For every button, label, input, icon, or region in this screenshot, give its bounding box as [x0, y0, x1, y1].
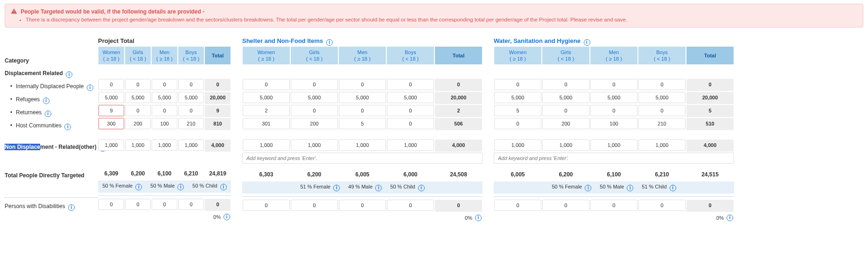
idp-boys-input[interactable]: [638, 79, 686, 90]
pwd-boys-input[interactable]: [387, 200, 434, 211]
refugees-boys-input[interactable]: [387, 92, 434, 103]
info-icon[interactable]: i: [727, 215, 733, 221]
pwd-women-input[interactable]: [243, 200, 290, 211]
info-icon[interactable]: i: [45, 111, 51, 117]
host-boys-input[interactable]: [178, 118, 204, 129]
nondisp-boys-input[interactable]: [387, 139, 434, 151]
nondisp-boys-input[interactable]: [178, 139, 204, 151]
info-icon[interactable]: i: [66, 71, 72, 78]
info-icon[interactable]: i: [135, 184, 142, 190]
pwd-girls-input[interactable]: [542, 200, 589, 211]
host-women-input[interactable]: [243, 118, 290, 129]
idp-men-input[interactable]: [152, 79, 177, 90]
nondisp-women-input[interactable]: [494, 139, 541, 151]
idp-girls-input[interactable]: [125, 79, 151, 90]
info-icon[interactable]: i: [375, 185, 382, 191]
nondisp-boys-input[interactable]: [638, 139, 686, 151]
nondisp-girls-input[interactable]: [542, 139, 589, 151]
info-icon[interactable]: i: [670, 185, 676, 191]
nondisp-women-input[interactable]: [243, 139, 290, 151]
keyword-input[interactable]: [242, 153, 483, 164]
pwd-men-input[interactable]: [339, 200, 386, 211]
direct-girls: 6,200: [291, 168, 338, 181]
pwd-men-input[interactable]: [152, 199, 177, 210]
refugees-women-input[interactable]: [494, 92, 541, 103]
info-icon[interactable]: i: [177, 184, 184, 190]
info-icon[interactable]: i: [585, 185, 591, 191]
info-icon[interactable]: i: [64, 124, 71, 130]
nondisp-men-input[interactable]: [152, 139, 177, 151]
info-icon[interactable]: i: [475, 215, 482, 221]
refugees-men-input[interactable]: [339, 92, 386, 103]
refugees-boys-input[interactable]: [178, 92, 204, 103]
section-title[interactable]: Shelter and Non-Food Items i: [242, 36, 483, 46]
idp-girls-input[interactable]: [542, 79, 589, 90]
host-girls-input[interactable]: [291, 118, 338, 129]
host-women-input[interactable]: [98, 118, 124, 129]
info-icon[interactable]: i: [68, 204, 75, 211]
returnees-girls-input[interactable]: [125, 105, 151, 116]
returnees-men-input[interactable]: [339, 105, 386, 116]
nondisp-girls-input[interactable]: [291, 139, 338, 151]
info-icon[interactable]: i: [43, 98, 49, 104]
idp-men-input[interactable]: [590, 79, 637, 90]
returnees-boys-input[interactable]: [387, 105, 434, 116]
idp-boys-input[interactable]: [387, 79, 434, 90]
nondisp-men-input[interactable]: [339, 139, 386, 151]
returnees-men-input[interactable]: [590, 105, 637, 116]
refugees-girls-input[interactable]: [542, 92, 589, 103]
idp-girls-input[interactable]: [291, 79, 338, 90]
refugees-men-input[interactable]: [590, 92, 637, 103]
host-girls-input[interactable]: [125, 118, 151, 129]
returnees-boys-input[interactable]: [638, 105, 686, 116]
refugees-girls-input[interactable]: [291, 92, 338, 103]
info-icon[interactable]: i: [418, 185, 425, 191]
nondisp-women-input[interactable]: [98, 139, 124, 151]
info-icon[interactable]: i: [326, 39, 333, 46]
pwd-boys-input[interactable]: [178, 199, 204, 210]
refugees-women-input[interactable]: [243, 92, 290, 103]
direct-men: 6,100: [590, 168, 637, 181]
info-icon[interactable]: i: [584, 39, 590, 46]
refugees-girls-input[interactable]: [125, 92, 151, 103]
refugees-boys-input[interactable]: [638, 92, 686, 103]
idp-women-input[interactable]: [243, 79, 290, 90]
info-icon[interactable]: i: [627, 185, 633, 191]
pwd-women-input[interactable]: [494, 200, 541, 211]
idp-men-input[interactable]: [339, 79, 386, 90]
pwd-women-input[interactable]: [98, 199, 124, 210]
returnees-girls-input[interactable]: [291, 105, 338, 116]
section-title[interactable]: Water, Sanitation and Hygiene i: [494, 36, 734, 46]
returnees-women-input[interactable]: [494, 105, 541, 116]
idp-women-input[interactable]: [98, 79, 124, 90]
idp-boys-input[interactable]: [178, 79, 204, 90]
idp-women-input[interactable]: [494, 79, 541, 90]
returnees-women-input[interactable]: [243, 105, 290, 116]
pwd-men-input[interactable]: [590, 200, 637, 211]
host-men-input[interactable]: [339, 118, 386, 129]
nondisp-men-input[interactable]: [590, 139, 637, 151]
host-men-input[interactable]: [590, 118, 637, 129]
host-boys-input[interactable]: [638, 118, 686, 129]
host-women-input[interactable]: [494, 118, 541, 129]
direct-men: 6,005: [339, 168, 386, 181]
keyword-input[interactable]: [494, 153, 734, 164]
refugees-men-input[interactable]: [152, 92, 177, 103]
returnees-men-input[interactable]: [152, 105, 177, 116]
host-boys-input[interactable]: [387, 118, 434, 129]
info-icon[interactable]: i: [333, 185, 340, 191]
host-men-input[interactable]: [152, 118, 177, 129]
returnees-boys-input[interactable]: [178, 105, 204, 116]
pwd-girls-input[interactable]: [291, 200, 338, 211]
info-icon[interactable]: i: [224, 214, 230, 220]
nondisp-girls-input[interactable]: [125, 139, 151, 151]
info-icon[interactable]: i: [220, 184, 227, 190]
returnees-women-input[interactable]: [98, 105, 124, 116]
returnees-girls-input[interactable]: [542, 105, 589, 116]
pwd-girls-input[interactable]: [125, 199, 151, 210]
pwd-boys-input[interactable]: [638, 200, 686, 211]
refugees-women-input[interactable]: [98, 92, 124, 103]
host-girls-input[interactable]: [542, 118, 589, 129]
info-icon[interactable]: i: [87, 84, 93, 91]
header-girls: Girls( < 18 ): [290, 46, 338, 65]
